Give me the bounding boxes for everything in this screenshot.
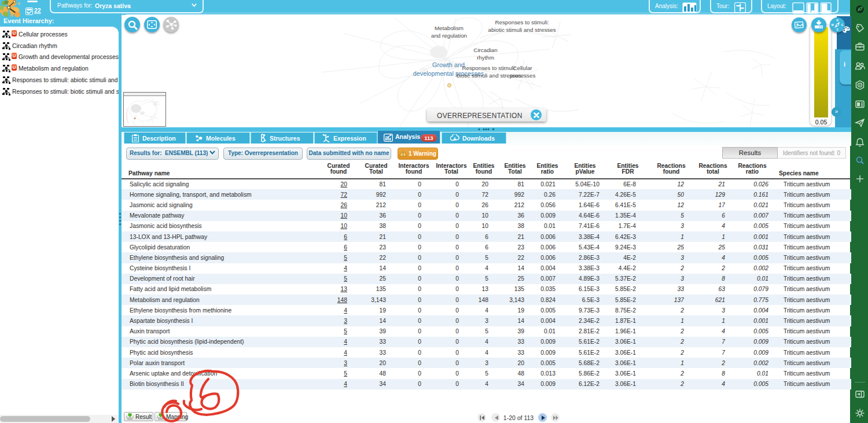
svg-text:N: N [836, 19, 838, 22]
svg-text:S: S [836, 28, 838, 31]
svg-text:E: E [841, 24, 843, 27]
svg-text:W: W [831, 24, 834, 27]
